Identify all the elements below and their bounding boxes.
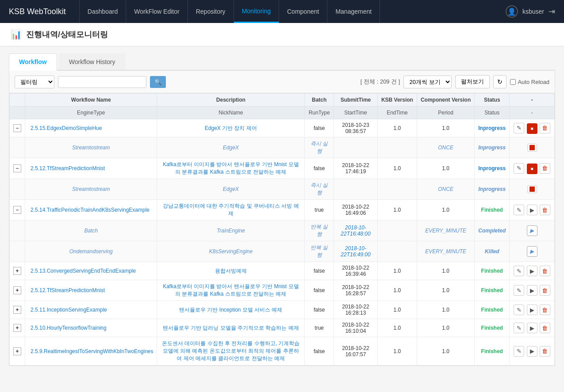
table-row: Ondemandserving K8sServingEngine 반복 실행 2… [10, 241, 555, 262]
nav-workflow-editor[interactable]: WorkFlow Editor [126, 0, 188, 23]
expand-button[interactable]: 펼처보기 [455, 75, 490, 88]
page-size-select[interactable]: 20개씩 보기 [403, 76, 452, 88]
batch-cell: true [305, 319, 334, 337]
th-description: Description [157, 94, 305, 107]
actions-cell: ✎ ▶ 🗑 [510, 319, 555, 337]
comp-version-cell: 1.0 [417, 337, 474, 365]
nav-dashboard[interactable]: Dashboard [79, 0, 127, 23]
expand-icon[interactable]: + [13, 347, 21, 355]
collapse-icon[interactable]: − [13, 206, 21, 214]
sub-end [377, 179, 417, 200]
desc-cell: 강남교통데이터에 대한 주기적학습 및 쿠버네티스 서빙 예제 [157, 200, 305, 221]
workflow-name-cell: 2.5.13.ConvergedServingEndToEndExample [25, 262, 157, 280]
total-count: [ 전체 : 209 건 ] [361, 78, 400, 86]
nav-component[interactable]: Component [279, 0, 327, 23]
submit-time-cell: 2018-10-22 16:39:46 [334, 262, 378, 280]
header-row-1: Workflow Name Description Batch SubmitTi… [10, 94, 555, 107]
edit-button[interactable]: ✎ [514, 346, 524, 357]
delete-button[interactable]: 🗑 [540, 163, 550, 174]
delete-button[interactable]: 🗑 [540, 323, 550, 333]
play-outline-button[interactable]: ▶ [527, 246, 537, 257]
delete-button[interactable]: 🗑 [540, 285, 550, 296]
table-row: Streamtostream EdgeX 즉시 실행 ONCE Inprogre… [10, 137, 555, 158]
table-row: + 2.5.10.HourlyTensorflowTraining 텐서플로우 … [10, 319, 555, 337]
play-button[interactable]: ▶ [527, 304, 537, 315]
collapse-icon[interactable]: − [13, 124, 21, 132]
sub-empty [10, 179, 25, 200]
actions-cell: ✎ ■ 🗑 [510, 158, 555, 179]
play-outline-button[interactable]: ▶ [527, 225, 537, 236]
refresh-button[interactable]: ↻ [493, 75, 506, 88]
desc-cell: Kafka로부터 이미지를 받아서 텐서플로우 기반 Mnist 모델의 분류결… [157, 158, 305, 179]
edit-button[interactable]: ✎ [514, 205, 524, 215]
play-button[interactable]: ▶ [527, 323, 537, 333]
batch-cell: false [305, 262, 334, 280]
ksb-version-cell: 1.0 [377, 119, 417, 137]
table-row: − 2.5.14.TrafficPeriodicTrainAndK8sServi… [10, 200, 555, 221]
edit-button[interactable]: ✎ [514, 163, 524, 174]
delete-button[interactable]: 🗑 [540, 123, 550, 133]
stop-button[interactable]: ■ [527, 123, 537, 134]
delete-button[interactable]: 🗑 [540, 266, 550, 276]
delete-button[interactable]: 🗑 [540, 346, 550, 357]
desc-cell: EdgeX 기반 장치 제어 [157, 119, 305, 137]
search-button[interactable]: 🔍 [150, 76, 166, 88]
comp-version-cell: 1.0 [417, 119, 474, 137]
table-row: + 2.5.12.TfStreamPredictionMnist Kafka로부… [10, 280, 555, 301]
sub-engine: Streamtostream [25, 179, 157, 200]
sub-status: Killed [475, 241, 510, 262]
edit-button[interactable]: ✎ [514, 266, 524, 276]
table-body: − 2.5.15.EdgexDemoSimpleHue EdgeX 기반 장치 … [10, 119, 555, 365]
play-button[interactable]: ▶ [527, 285, 537, 296]
status-cell: Finished [475, 301, 510, 319]
delete-button[interactable]: 🗑 [540, 304, 550, 315]
submit-time-cell: 2018-10-23 08:36:57 [334, 119, 378, 137]
batch-cell: false [305, 280, 334, 301]
edit-button[interactable]: ✎ [514, 123, 524, 133]
page-title-bar: 📊 진행내역/상태모니터링 [0, 23, 564, 46]
sub-start: 2018-10-22T16:49:00 [334, 241, 378, 262]
play-button[interactable]: ▶ [527, 266, 537, 276]
edit-button[interactable]: ✎ [514, 304, 524, 315]
nav-monitoring[interactable]: Monitoring [234, 0, 279, 23]
edit-button[interactable]: ✎ [514, 323, 524, 333]
sub-end [377, 137, 417, 158]
status-cell: Finished [475, 337, 510, 365]
nav-management[interactable]: Management [327, 0, 380, 23]
logo[interactable]: KSB WebToolkit [9, 7, 66, 16]
comp-version-cell: 1.0 [417, 301, 474, 319]
sub-status: Inprogress [475, 137, 510, 158]
batch-cell: false [305, 158, 334, 179]
expand-icon[interactable]: + [13, 306, 21, 314]
filter-select[interactable]: 필터링 [15, 76, 54, 88]
collapse-icon[interactable]: − [13, 164, 21, 172]
workflow-name-cell: 2.5.10.HourlyTensorflowTraining [25, 319, 157, 337]
th2-period: Period [417, 107, 474, 119]
th-expand [10, 94, 25, 107]
workflow-name-cell: 2.5.12.TfStreamPredictionMnist [25, 280, 157, 301]
expand-icon[interactable]: + [13, 324, 21, 332]
status-cell: Finished [475, 262, 510, 280]
sub-status: Completed [475, 221, 510, 241]
toolbar-right: [ 전체 : 209 건 ] 20개씩 보기 펼처보기 ↻ Auto Reloa… [361, 75, 549, 88]
expand-icon[interactable]: + [13, 286, 21, 294]
auto-reload-label[interactable]: Auto Reload [510, 79, 549, 85]
edit-button[interactable]: ✎ [514, 285, 524, 296]
delete-button[interactable]: 🗑 [540, 205, 550, 215]
comp-version-cell: 1.0 [417, 158, 474, 179]
nav-repository[interactable]: Repository [188, 0, 234, 23]
actions-cell: ✎ ■ 🗑 [510, 119, 555, 137]
stop-inline-button[interactable] [527, 185, 537, 193]
expand-icon[interactable]: + [13, 267, 21, 275]
stop-inline-button[interactable] [527, 144, 537, 152]
tab-workflow[interactable]: Workflow [9, 53, 57, 71]
play-button[interactable]: ▶ [527, 346, 537, 357]
table-row: Streamtostream EdgeX 즉시 실행 ONCE Inprogre… [10, 179, 555, 200]
auto-reload-checkbox[interactable] [510, 79, 516, 85]
play-button[interactable]: ▶ [527, 205, 537, 215]
tab-workflow-history[interactable]: Workflow History [59, 53, 126, 70]
th-status: Status [475, 94, 510, 107]
filter-input[interactable] [58, 76, 146, 88]
stop-button[interactable]: ■ [527, 164, 537, 174]
logout-icon[interactable]: ⇥ [549, 7, 555, 16]
